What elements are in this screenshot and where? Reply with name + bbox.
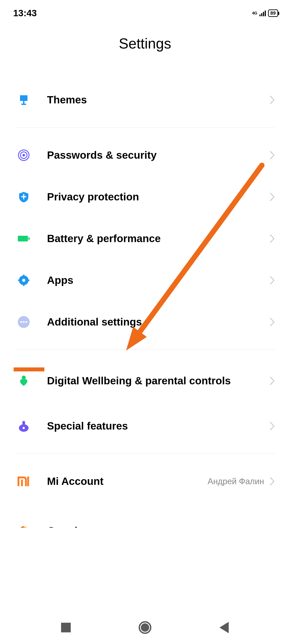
settings-row-wallpaper[interactable]: Wallpaper: [0, 65, 290, 79]
chevron-right-icon: [270, 422, 275, 430]
nav-recents-button[interactable]: [57, 619, 75, 636]
google-logo-icon: [17, 524, 30, 528]
settings-row-label: Battery & performance: [47, 232, 270, 245]
settings-row-privacy[interactable]: Privacy protection: [0, 176, 290, 218]
settings-row-special[interactable]: Special features: [0, 405, 290, 447]
svg-rect-12: [23, 274, 24, 277]
settings-row-label: Google: [47, 524, 270, 528]
settings-row-wellbeing[interactable]: Digital Wellbeing & parental controls: [0, 356, 290, 405]
svg-rect-9: [28, 237, 30, 240]
settings-row-label: Additional settings: [47, 316, 270, 328]
gear-icon: [17, 274, 30, 287]
mi-logo-icon: [17, 475, 30, 488]
settings-row-passwords[interactable]: Passwords & security: [0, 134, 290, 176]
heart-person-icon: [17, 374, 30, 388]
svg-point-23: [23, 427, 25, 429]
nav-back-button[interactable]: [215, 619, 233, 636]
section-divider: [15, 127, 275, 128]
svg-rect-4: [21, 104, 26, 105]
svg-rect-15: [27, 280, 30, 281]
chevron-right-icon: [270, 96, 275, 104]
more-icon: [17, 316, 30, 328]
circle-icon: [139, 621, 151, 634]
settings-row-label: Themes: [47, 94, 270, 106]
svg-point-18: [23, 321, 25, 323]
chevron-right-icon: [270, 192, 275, 201]
svg-point-20: [22, 376, 26, 380]
svg-rect-22: [23, 421, 25, 425]
section-divider: [15, 454, 275, 454]
chevron-right-icon: [270, 234, 275, 243]
status-bar: 13:43 4G 89: [0, 0, 290, 24]
nav-home-button[interactable]: [136, 619, 154, 636]
fingerprint-icon: [17, 148, 30, 162]
chevron-right-icon: [270, 151, 275, 160]
settings-row-label: Digital Wellbeing & parental controls: [47, 374, 270, 387]
section-divider: [15, 350, 275, 350]
settings-row-themes[interactable]: Themes: [0, 79, 290, 121]
status-indicators: 4G 89: [252, 10, 278, 17]
settings-row-label: Apps: [47, 274, 270, 287]
settings-row-google[interactable]: Google: [0, 502, 290, 528]
settings-row-label: Passwords & security: [47, 149, 270, 162]
themes-icon: [17, 93, 30, 106]
shield-icon: [17, 190, 30, 204]
settings-row-battery[interactable]: Battery & performance: [0, 218, 290, 260]
settings-row-mi-account[interactable]: Mi Account Андрей Фалин: [0, 460, 290, 502]
status-time: 13:43: [13, 8, 37, 18]
navigation-bar: [0, 611, 290, 644]
svg-point-11: [22, 279, 25, 282]
page-title: Settings: [0, 24, 290, 65]
settings-row-label: Special features: [47, 420, 270, 432]
signal-bars-icon: [259, 10, 266, 16]
battery-icon: [17, 232, 30, 245]
svg-point-19: [26, 321, 27, 323]
triangle-back-icon: [219, 622, 229, 633]
settings-row-value: Андрей Фалин: [208, 477, 264, 486]
settings-row-additional[interactable]: Additional settings: [0, 301, 290, 343]
flask-icon: [17, 420, 30, 433]
network-4g-indicator: 4G: [252, 11, 257, 15]
svg-rect-8: [18, 236, 28, 242]
battery-level: 89: [270, 10, 276, 16]
svg-point-17: [20, 321, 22, 323]
square-icon: [61, 623, 71, 632]
chevron-right-icon: [270, 477, 275, 486]
settings-row-label: Mi Account: [47, 475, 208, 488]
settings-list: Wallpaper Themes Passwords & security Pr…: [0, 65, 290, 528]
svg-rect-2: [20, 95, 28, 101]
svg-rect-3: [23, 101, 24, 104]
chevron-right-icon: [270, 376, 275, 385]
settings-row-label: Privacy protection: [47, 190, 270, 203]
svg-point-7: [23, 154, 25, 156]
settings-row-apps[interactable]: Apps: [0, 260, 290, 301]
svg-rect-13: [23, 284, 24, 286]
chevron-right-icon: [270, 318, 275, 326]
svg-rect-14: [18, 280, 20, 281]
battery-indicator: 89: [268, 10, 278, 17]
chevron-right-icon: [270, 276, 275, 285]
